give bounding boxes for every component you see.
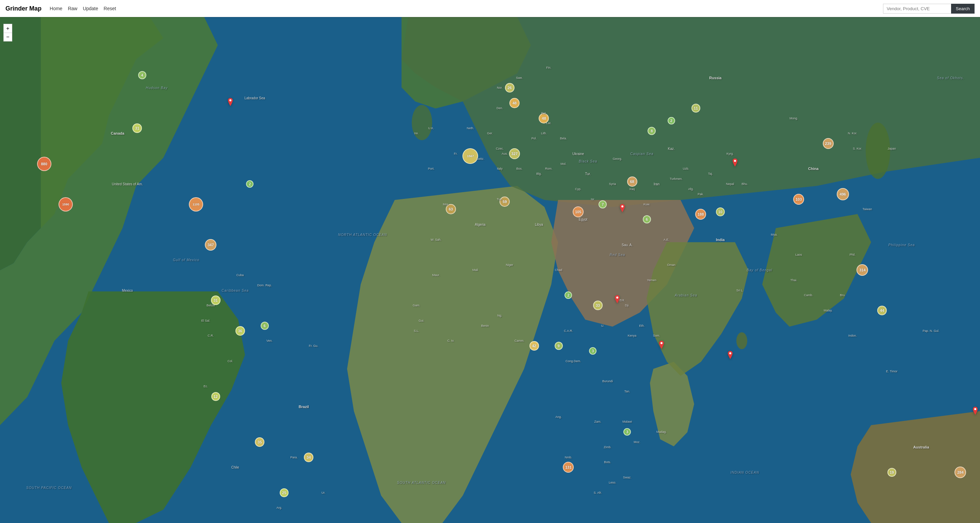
nav-link-reset[interactable]: Reset: [104, 6, 116, 11]
zoom-controls: + −: [3, 24, 12, 41]
nav-link-home[interactable]: Home: [50, 6, 62, 11]
zoom-out-button[interactable]: −: [3, 33, 12, 41]
map-container[interactable]: + − 880159031411053472313661235342515673…: [0, 17, 490, 262]
nav-links: HomeRawUpdateReset: [50, 6, 490, 11]
cluster-c15[interactable]: 1567: [463, 148, 478, 164]
svg-point-4: [229, 99, 231, 101]
cluster-c2[interactable]: 1590: [59, 197, 73, 211]
cluster-c3[interactable]: 31: [132, 124, 142, 133]
cluster-c7[interactable]: 2: [246, 180, 253, 188]
cluster-c1[interactable]: 880: [37, 157, 51, 171]
brand-title: Grinder Map: [5, 5, 41, 12]
nav-link-update[interactable]: Update: [83, 6, 98, 11]
cluster-c6[interactable]: 347: [205, 239, 216, 250]
zoom-in-button[interactable]: +: [3, 24, 12, 33]
navbar: Grinder Map HomeRawUpdateReset Search: [0, 0, 490, 17]
cluster-c4[interactable]: 4: [138, 71, 146, 79]
cluster-c17[interactable]: 63: [446, 204, 456, 214]
cluster-c5[interactable]: 1105: [189, 197, 203, 211]
nav-link-raw[interactable]: Raw: [68, 6, 77, 11]
pin-p1[interactable]: [227, 98, 234, 108]
svg-point-2: [412, 105, 432, 140]
map-svg: [0, 17, 490, 262]
